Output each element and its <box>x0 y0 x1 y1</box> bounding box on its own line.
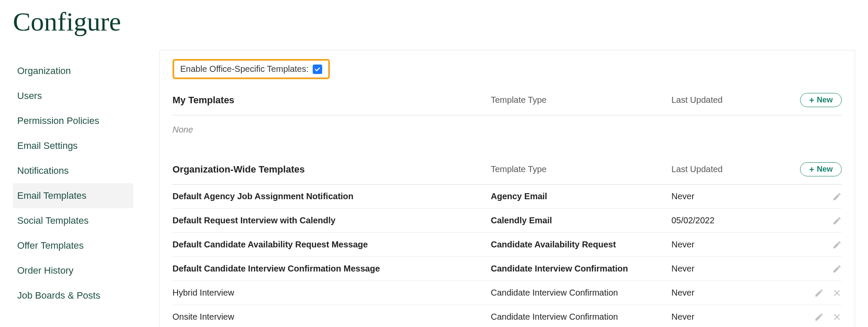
pencil-icon <box>832 240 842 250</box>
pencil-icon <box>832 264 842 274</box>
template-type: Candidate Interview Confirmation <box>491 312 671 322</box>
template-last-updated: 05/02/2022 <box>671 216 790 225</box>
template-type: Candidate Availability Request <box>491 240 671 250</box>
template-name[interactable]: Onsite Interview <box>172 312 491 322</box>
enable-office-templates-row: Enable Office-Specific Templates: <box>172 59 330 79</box>
sidebar-item-notifications[interactable]: Notifications <box>13 158 133 183</box>
template-name[interactable]: Hybrid Interview <box>172 288 491 298</box>
table-row: Default Request Interview with CalendlyC… <box>172 209 842 233</box>
table-row: Hybrid InterviewCandidate Interview Conf… <box>172 281 842 305</box>
template-type: Agency Email <box>491 191 671 201</box>
template-last-updated: Never <box>671 312 790 322</box>
new-button-label: New <box>817 165 833 174</box>
new-my-template-button[interactable]: + New <box>800 93 842 107</box>
my-templates-updated-header: Last Updated <box>671 95 790 105</box>
my-templates-type-header: Template Type <box>491 95 671 105</box>
template-type: Candidate Interview Confirmation <box>491 264 671 274</box>
org-templates-type-header: Template Type <box>491 164 671 174</box>
template-type: Candidate Interview Confirmation <box>491 288 671 298</box>
edit-button[interactable] <box>814 288 824 298</box>
close-icon <box>832 288 842 298</box>
sidebar-item-organization[interactable]: Organization <box>13 59 133 83</box>
org-templates-updated-header: Last Updated <box>671 164 790 174</box>
template-last-updated: Never <box>671 264 790 274</box>
table-row: Default Candidate Availability Request M… <box>172 233 842 257</box>
edit-button[interactable] <box>832 240 842 250</box>
table-row: Onsite InterviewCandidate Interview Conf… <box>172 305 842 327</box>
template-last-updated: Never <box>671 288 790 298</box>
delete-button[interactable] <box>832 312 842 322</box>
template-name[interactable]: Default Candidate Availability Request M… <box>172 240 491 250</box>
row-actions <box>790 192 842 201</box>
table-row: Default Agency Job Assignment Notificati… <box>172 185 842 209</box>
row-actions <box>790 264 842 274</box>
sidebar-item-permission-policies[interactable]: Permission Policies <box>13 108 133 133</box>
template-name[interactable]: Default Candidate Interview Confirmation… <box>172 264 491 274</box>
checkmark-icon <box>314 66 321 73</box>
pencil-icon <box>832 192 842 201</box>
edit-button[interactable] <box>832 216 842 225</box>
enable-office-templates-label: Enable Office-Specific Templates: <box>180 64 308 74</box>
template-type: Calendly Email <box>491 216 671 225</box>
sidebar-item-order-history[interactable]: Order History <box>13 258 133 283</box>
edit-button[interactable] <box>814 312 824 322</box>
sidebar: OrganizationUsersPermission PoliciesEmai… <box>13 50 133 327</box>
plus-icon: + <box>809 96 814 105</box>
row-actions <box>790 312 842 322</box>
row-actions <box>790 216 842 225</box>
new-org-template-button[interactable]: + New <box>800 162 842 176</box>
template-name[interactable]: Default Request Interview with Calendly <box>172 216 491 225</box>
delete-button[interactable] <box>832 288 842 298</box>
edit-button[interactable] <box>832 264 842 274</box>
edit-button[interactable] <box>832 192 842 201</box>
sidebar-item-email-templates[interactable]: Email Templates <box>13 183 133 208</box>
plus-icon: + <box>809 165 814 174</box>
row-actions <box>790 240 842 250</box>
sidebar-item-users[interactable]: Users <box>13 83 133 108</box>
template-last-updated: Never <box>671 240 790 250</box>
table-row: Default Candidate Interview Confirmation… <box>172 257 842 281</box>
pencil-icon <box>814 288 824 298</box>
row-actions <box>790 288 842 298</box>
my-templates-empty: None <box>172 115 842 156</box>
main-panel: Enable Office-Specific Templates: My Tem… <box>159 50 855 327</box>
page-title: Configure <box>13 0 855 50</box>
pencil-icon <box>832 216 842 225</box>
close-icon <box>832 312 842 322</box>
sidebar-item-job-boards-posts[interactable]: Job Boards & Posts <box>13 283 133 308</box>
sidebar-item-social-templates[interactable]: Social Templates <box>13 208 133 233</box>
sidebar-item-email-settings[interactable]: Email Settings <box>13 133 133 158</box>
sidebar-item-offer-templates[interactable]: Offer Templates <box>13 233 133 258</box>
my-templates-title: My Templates <box>172 95 491 106</box>
org-templates-header: Organization-Wide Templates Template Typ… <box>172 156 842 185</box>
new-button-label: New <box>817 96 833 105</box>
template-name[interactable]: Default Agency Job Assignment Notificati… <box>172 191 491 201</box>
template-last-updated: Never <box>671 191 790 201</box>
pencil-icon <box>814 312 824 322</box>
enable-office-templates-checkbox[interactable] <box>313 65 322 74</box>
my-templates-header: My Templates Template Type Last Updated … <box>172 87 842 115</box>
org-templates-title: Organization-Wide Templates <box>172 164 491 175</box>
